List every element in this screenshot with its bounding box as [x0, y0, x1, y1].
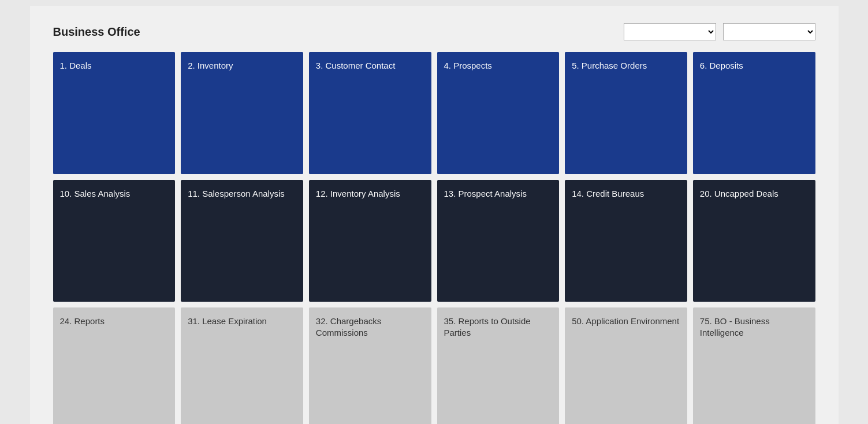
dropdown-1[interactable]	[624, 23, 716, 40]
tile-13-prospect-analysis-label: 13. Prospect Analysis	[444, 188, 527, 200]
tile-20-uncapped-deals[interactable]: 20. Uncapped Deals	[693, 180, 815, 302]
tile-3-customer-contact[interactable]: 3. Customer Contact	[309, 52, 431, 174]
tile-2-inventory-label: 2. Inventory	[188, 60, 233, 72]
tile-6-deposits-label: 6. Deposits	[700, 60, 743, 72]
tile-10-sales-analysis[interactable]: 10. Sales Analysis	[53, 180, 176, 302]
tile-3-customer-contact-label: 3. Customer Contact	[316, 60, 396, 72]
tile-12-inventory-analysis-label: 12. Inventory Analysis	[316, 188, 400, 200]
tile-75-bo-business-intelligence-label: 75. BO - Business Intelligence	[700, 316, 809, 338]
header-controls	[624, 23, 815, 40]
tile-12-inventory-analysis[interactable]: 12. Inventory Analysis	[309, 180, 431, 302]
tile-24-reports[interactable]: 24. Reports	[53, 307, 176, 424]
tile-5-purchase-orders[interactable]: 5. Purchase Orders	[565, 52, 687, 174]
tile-31-lease-expiration[interactable]: 31. Lease Expiration	[181, 307, 303, 424]
tile-75-bo-business-intelligence[interactable]: 75. BO - Business Intelligence	[693, 307, 815, 424]
tile-6-deposits[interactable]: 6. Deposits	[693, 52, 815, 174]
tile-row-gray: 24. Reports31. Lease Expiration32. Charg…	[53, 307, 815, 424]
tile-11-salesperson-analysis-label: 11. Salesperson Analysis	[188, 188, 285, 200]
tile-13-prospect-analysis[interactable]: 13. Prospect Analysis	[437, 180, 560, 302]
tile-20-uncapped-deals-label: 20. Uncapped Deals	[700, 188, 778, 200]
tile-11-salesperson-analysis[interactable]: 11. Salesperson Analysis	[181, 180, 303, 302]
tile-14-credit-bureaus[interactable]: 14. Credit Bureaus	[565, 180, 687, 302]
tile-1-deals[interactable]: 1. Deals	[53, 52, 176, 174]
page-title: Business Office	[53, 25, 140, 39]
tile-10-sales-analysis-label: 10. Sales Analysis	[60, 188, 131, 200]
page-wrapper: Business Office 1. Deals2. Inventory3. C…	[30, 6, 839, 424]
tile-2-inventory[interactable]: 2. Inventory	[181, 52, 303, 174]
header: Business Office	[53, 23, 815, 40]
tile-14-credit-bureaus-label: 14. Credit Bureaus	[572, 188, 644, 200]
tile-50-application-environment-label: 50. Application Environment	[572, 316, 679, 327]
dropdown-2[interactable]	[723, 23, 815, 40]
tile-32-chargebacks-commissions[interactable]: 32. Chargebacks Commissions	[309, 307, 431, 424]
tile-row-blue: 1. Deals2. Inventory3. Customer Contact4…	[53, 52, 815, 174]
tile-32-chargebacks-commissions-label: 32. Chargebacks Commissions	[316, 316, 424, 338]
tile-50-application-environment[interactable]: 50. Application Environment	[565, 307, 687, 424]
tile-35-reports-outside-parties[interactable]: 35. Reports to Outside Parties	[437, 307, 560, 424]
tile-4-prospects-label: 4. Prospects	[444, 60, 492, 72]
tile-5-purchase-orders-label: 5. Purchase Orders	[572, 60, 647, 72]
grid-container: 1. Deals2. Inventory3. Customer Contact4…	[53, 52, 815, 424]
tile-35-reports-outside-parties-label: 35. Reports to Outside Parties	[444, 316, 553, 338]
tile-24-reports-label: 24. Reports	[60, 316, 105, 327]
tile-row-dark: 10. Sales Analysis11. Salesperson Analys…	[53, 180, 815, 302]
tile-31-lease-expiration-label: 31. Lease Expiration	[188, 316, 267, 327]
tile-4-prospects[interactable]: 4. Prospects	[437, 52, 560, 174]
tile-1-deals-label: 1. Deals	[60, 60, 92, 72]
